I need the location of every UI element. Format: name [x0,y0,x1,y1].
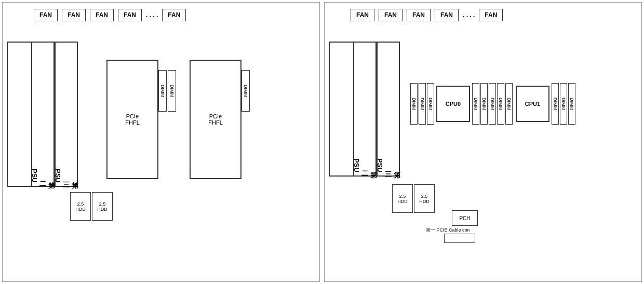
left-psu3: 第三PSU [55,42,78,187]
right-cable-con-box [444,234,475,243]
left-fan-dots: . . . . [146,11,158,19]
right-fan-2: FAN [379,9,403,21]
left-pcie2: PCIeFHFL [190,60,242,179]
right-cpu1: CPU1 [516,86,549,122]
right-psu3-label: 第三PSU [375,158,401,172]
left-fan-2: FAN [62,9,86,21]
right-fan-1: FAN [351,9,374,21]
right-fan-row: FAN FAN FAN FAN . . . . FAN [351,9,503,21]
right-psu2-bracket [329,42,355,177]
left-pcie2-label: PCIeFHFL [208,113,223,126]
right-hdd2: 2.5HDD [414,184,435,213]
left-psu2-bracket [7,42,33,187]
left-psu2: 第二PSU [31,42,55,187]
right-cpu0-label: CPU0 [446,101,461,107]
left-fan-1: FAN [34,9,58,21]
left-dimm3: DIMM [242,70,250,112]
left-fan-4: FAN [118,9,142,21]
right-psu3: 第三PSU [377,42,400,177]
left-dimm1: DIMM [158,70,167,112]
left-fan-3: FAN [90,9,114,21]
left-hdd1: 2.5HDD [70,192,91,221]
left-fan-row: FAN FAN FAN FAN . . . . FAN [34,9,186,21]
right-hdd1: 2.5HDD [392,184,413,213]
right-dimm8: DIMM [505,83,513,125]
right-dimm9: DIMM [552,83,559,125]
right-dimm10: DIMM [560,83,567,125]
left-hdd1-label: 2.5HDD [75,201,86,212]
right-fan-dots: . . . . [463,11,475,19]
right-cpu1-label: CPU1 [525,101,540,107]
right-panel: FAN FAN FAN FAN . . . . FAN 第二PSU 第三PSU … [324,2,642,282]
right-dimm7: DIMM [497,83,504,125]
right-dimm11: DIMM [568,83,575,125]
right-hdd2-label: 2.5HDD [419,194,430,204]
left-fan-5: FAN [162,9,186,21]
right-psu2: 第二PSU [353,42,377,177]
left-psu3-label: 第三PSU [53,169,79,183]
right-pch-label: PCH [459,215,470,221]
left-pcie1-label: PCIeFHFL [125,113,140,126]
right-fan-3: FAN [407,9,431,21]
right-hdd1-label: 2.5HDD [397,194,408,204]
right-cpu0: CPU0 [436,86,470,122]
right-dimm3: DIMM [427,83,434,125]
left-pcie1: PCIeFHFL [106,60,158,179]
left-panel: FAN FAN FAN FAN . . . . FAN 第二PSU 第三PSU … [2,2,320,282]
left-psu2-label: 第二PSU [30,169,56,183]
left-dimm2: DIMM [168,70,176,112]
right-fan-5: FAN [479,9,503,21]
left-hdd2-label: 2.5HDD [97,201,108,212]
right-dimm1: DIMM [410,83,418,125]
right-dimm2: DIMM [419,83,426,125]
right-dimm6: DIMM [489,83,496,125]
right-dimm4: DIMM [472,83,479,125]
left-hdd2: 2.5HDD [92,192,113,221]
right-cable-label: 第一 PCIE Cable con [426,227,470,234]
right-fan-4: FAN [435,9,459,21]
right-pch: PCH [452,210,478,226]
right-psu2-label: 第二PSU [352,158,378,172]
right-dimm5: DIMM [480,83,488,125]
